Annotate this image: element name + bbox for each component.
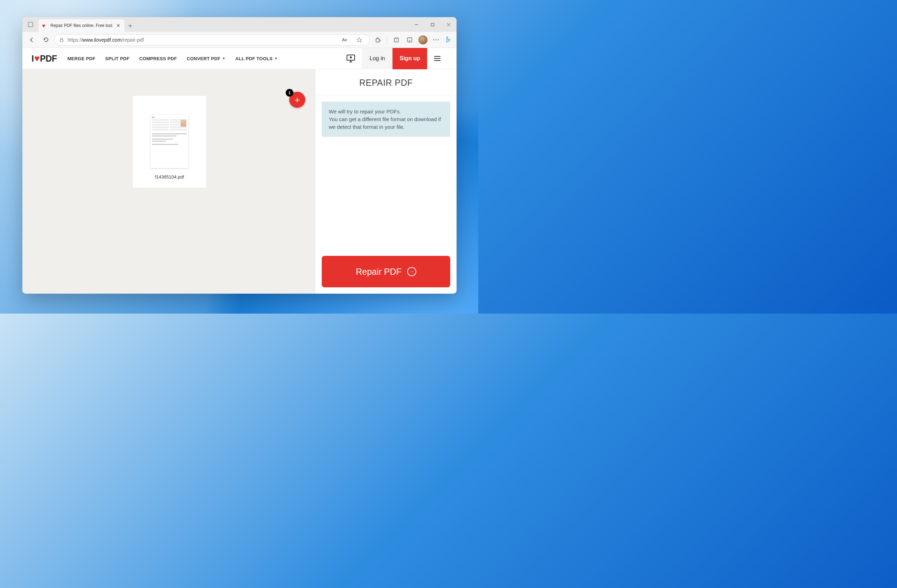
nav-split-pdf[interactable]: SPLIT PDF	[105, 56, 129, 61]
plus-icon: +	[294, 95, 300, 105]
minimize-button[interactable]	[408, 17, 424, 32]
signup-button[interactable]: Sign up	[392, 48, 427, 69]
browser-tab[interactable]: Repair PDF files online. Free tool ✕	[38, 19, 124, 32]
nav-all-tools-label: ALL PDF TOOLS	[235, 56, 273, 61]
file-canvas: ■■■ f14365104.pdf + 1	[22, 69, 315, 294]
refresh-button[interactable]	[40, 34, 52, 46]
favorite-icon[interactable]: +	[354, 34, 365, 46]
nav-convert-pdf[interactable]: CONVERT PDF ▼	[187, 56, 225, 61]
more-button[interactable]: ···	[431, 34, 442, 46]
window-controls	[408, 17, 456, 32]
sidebar-title: REPAIR PDF	[315, 69, 456, 95]
close-tab-button[interactable]: ✕	[116, 23, 121, 28]
info-box: We will try to repair your PDFs. You can…	[322, 101, 450, 137]
file-thumbnail: ■■■	[150, 115, 188, 168]
svg-text:+: +	[396, 38, 397, 42]
add-file-button[interactable]: + 1	[289, 92, 305, 108]
heart-icon	[42, 23, 47, 28]
site-header: I ♥ PDF MERGE PDF SPLIT PDF COMPRESS PDF…	[22, 48, 456, 69]
svg-text:+: +	[360, 40, 362, 42]
file-card[interactable]: ■■■ f14365104.pdf	[133, 96, 206, 188]
desktop-app-icon[interactable]	[344, 52, 358, 66]
chevron-down-icon: ▼	[274, 57, 278, 60]
file-count-badge: 1	[286, 89, 293, 96]
window-close-button[interactable]	[441, 17, 456, 32]
browser-toolbar: https://www.ilovepdf.com/repair-pdf A)) …	[22, 32, 456, 48]
logo-text-right: PDF	[40, 53, 57, 64]
new-tab-button[interactable]: ＋	[124, 19, 136, 32]
browser-window: Repair PDF files online. Free tool ✕ ＋	[22, 17, 456, 294]
tab-title: Repair PDF files online. Free tool	[51, 23, 113, 28]
svg-rect-1	[431, 23, 434, 26]
extensions-icon[interactable]	[372, 34, 383, 46]
repair-pdf-button[interactable]: Repair PDF →	[322, 256, 450, 287]
main-nav: MERGE PDF SPLIT PDF COMPRESS PDF CONVERT…	[67, 56, 277, 61]
profile-avatar[interactable]	[417, 34, 429, 46]
heart-icon: ♥	[34, 53, 40, 64]
url-text: https://www.ilovepdf.com/repair-pdf	[67, 37, 335, 43]
tab-actions-button[interactable]	[22, 17, 38, 32]
svg-rect-4	[60, 40, 63, 42]
ie-mode-icon[interactable]: e	[404, 34, 415, 46]
svg-text:e: e	[409, 38, 411, 42]
menu-button[interactable]	[427, 55, 447, 62]
file-name: f14365104.pdf	[155, 174, 184, 180]
bing-icon[interactable]	[444, 35, 453, 44]
arrow-right-icon: →	[407, 267, 416, 276]
nav-compress-pdf[interactable]: COMPRESS PDF	[139, 56, 177, 61]
maximize-button[interactable]	[424, 17, 441, 32]
back-button[interactable]	[26, 34, 38, 46]
browser-titlebar: Repair PDF files online. Free tool ✕ ＋	[22, 17, 456, 32]
workspace: ■■■ f14365104.pdf + 1	[22, 69, 456, 294]
lock-icon	[59, 37, 64, 42]
login-button[interactable]: Log in	[362, 48, 393, 69]
read-aloud-icon[interactable]: A))	[339, 34, 350, 46]
options-sidebar: REPAIR PDF We will try to repair your PD…	[315, 69, 456, 294]
nav-all-tools[interactable]: ALL PDF TOOLS ▼	[235, 56, 278, 61]
repair-button-label: Repair PDF	[356, 267, 402, 277]
chevron-down-icon: ▼	[222, 57, 225, 60]
nav-merge-pdf[interactable]: MERGE PDF	[67, 56, 95, 61]
collections-icon[interactable]: +	[391, 34, 402, 46]
logo-text-left: I	[32, 53, 34, 64]
nav-convert-label: CONVERT PDF	[187, 56, 220, 61]
info-line-2: You can get a different file format on d…	[329, 116, 443, 131]
site-logo[interactable]: I ♥ PDF	[32, 53, 57, 64]
address-bar[interactable]: https://www.ilovepdf.com/repair-pdf A)) …	[54, 34, 370, 46]
info-line-1: We will try to repair your PDFs.	[329, 108, 443, 116]
